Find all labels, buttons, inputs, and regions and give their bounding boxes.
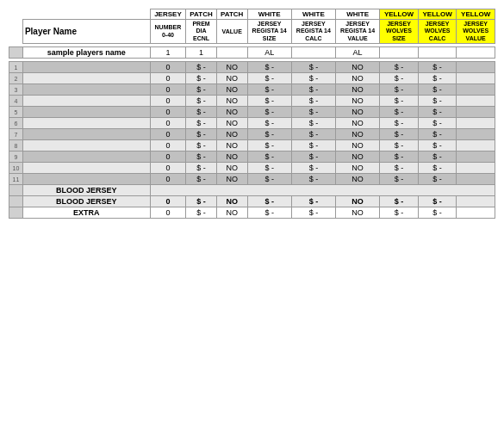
white1-header-2: JERSEYREGISTA 14SIZE [247,20,291,44]
row-num: 4 [9,96,23,107]
jersey-cell: 0 [150,62,186,73]
patch2-header-2: VALUE [216,20,247,44]
white1-header-1: WHITE [247,9,291,20]
player-name-cell [22,151,150,163]
row-num: 8 [9,140,23,151]
header-row-1: JERSEY PATCH PATCH WHITE WHITE WHITE YEL… [9,9,495,20]
sample-white-value: AL [336,47,380,59]
row-num: 5 [9,107,23,118]
table-row: 10 0$ -NO$ -$ -NO$ -$ - [9,163,495,174]
rownum-header-2 [9,20,23,44]
patch-cell: $ - [186,62,217,73]
yellow1-header-2: JERSEYWOLVESSIZE [380,20,419,44]
row-num: 10 [9,163,23,174]
player-name-cell [22,163,150,174]
yellow2-header-2: JERSEYWOLVESCALC [418,20,457,44]
row-num: 1 [9,62,23,73]
table-row: 7 0$ -NO$ -$ -NO$ -$ - [9,129,495,140]
patch2-cell: NO [216,62,247,73]
row-num: 11 [9,174,23,185]
w3-cell: NO [336,62,380,73]
player-name-cell [22,84,150,96]
w2-cell: $ - [291,62,335,73]
player-name-cell [22,62,150,73]
jersey-header-1: JERSEY [150,9,186,20]
sample-jersey: 1 [150,47,186,59]
player-name-cell [22,174,150,185]
blood-label-rownum [9,185,23,196]
table-row: 2 0$ -NO$ -$ -NO$ -$ - [9,73,495,84]
w1-cell: $ - [247,62,291,73]
white2-header-2: JERSEYREGISTA 14CALC [291,20,335,44]
sample-player-name: sample players name [22,47,150,59]
sample-white-calc [291,47,335,59]
y2-cell: $ - [418,62,457,73]
table-row: 6 0$ -NO$ -$ -NO$ -$ - [9,118,495,129]
table-row: 9 0$ -NO$ -$ -NO$ -$ - [9,151,495,163]
player-name-cell [22,140,150,151]
yellow3-header-2: JERSEYWOLVESVALUE [457,20,495,44]
sample-yellow-size [380,47,419,59]
sample-yellow-value [457,47,495,59]
player-name-cell [22,129,150,140]
header-row-2: Player Name NUMBER0-40 PREMDIAECNL VALUE… [9,20,495,44]
white2-header-1: WHITE [291,9,335,20]
table-row: 8 0$ -NO$ -$ -NO$ -$ - [9,140,495,151]
blood-label-row: BLOOD JERSEY [9,185,495,196]
yellow1-header-1: YELLOW [380,9,419,20]
blood-data-rownum [9,196,23,207]
extra-row: EXTRA 0$ -NO$ -$ -NO$ -$ - [9,207,495,219]
row-num: 2 [9,73,23,84]
blood-label-name: BLOOD JERSEY [22,185,150,196]
player-name-cell [22,118,150,129]
player-name-header-2: Player Name [22,20,150,44]
extra-rownum [9,207,23,219]
sample-rownum [9,47,23,59]
yellow2-header-1: YELLOW [418,9,457,20]
jersey-header-2: NUMBER0-40 [150,20,186,44]
table-row: 5 0$ -NO$ -$ -NO$ -$ - [9,107,495,118]
table-row: 4 0$ -NO$ -$ -NO$ -$ - [9,96,495,107]
extra-name: EXTRA [22,207,150,219]
rownum-header-1 [9,9,23,20]
sample-patch2 [216,47,247,59]
row-num: 3 [9,84,23,96]
player-name-cell [22,107,150,118]
y1-cell: $ - [380,62,419,73]
patch2-header-1: PATCH [216,9,247,20]
table-row: 11 0$ -NO$ -$ -NO$ -$ - [9,174,495,185]
white3-header-2: JERSEYREGISTA 14VALUE [336,20,380,44]
patch-header-2: PREMDIAECNL [186,20,217,44]
main-table: JERSEY PATCH PATCH WHITE WHITE WHITE YEL… [9,9,495,219]
blood-data-row: BLOOD JERSEY 0$ -NO$ -$ -NO$ -$ - [9,196,495,207]
table-row: 1 0 $ - NO $ - $ - NO $ - $ - [9,62,495,73]
yellow3-header-1: YELLOW [457,9,495,20]
blood-data-name: BLOOD JERSEY [22,196,150,207]
row-num: 9 [9,151,23,163]
sample-yellow-calc [418,47,457,59]
y3-cell [457,62,495,73]
player-name-header-1 [22,9,150,20]
sample-player-row: sample players name 1 1 AL AL [9,47,495,59]
patch-header-1: PATCH [186,9,217,20]
player-name-cell [22,96,150,107]
table-row: 3 0$ -NO$ -$ -NO$ -$ - [9,84,495,96]
sample-white-size: AL [247,47,291,59]
sample-patch: 1 [186,47,217,59]
row-num: 7 [9,129,23,140]
row-num: 6 [9,118,23,129]
white3-header-1: WHITE [336,9,380,20]
player-name-cell [22,73,150,84]
